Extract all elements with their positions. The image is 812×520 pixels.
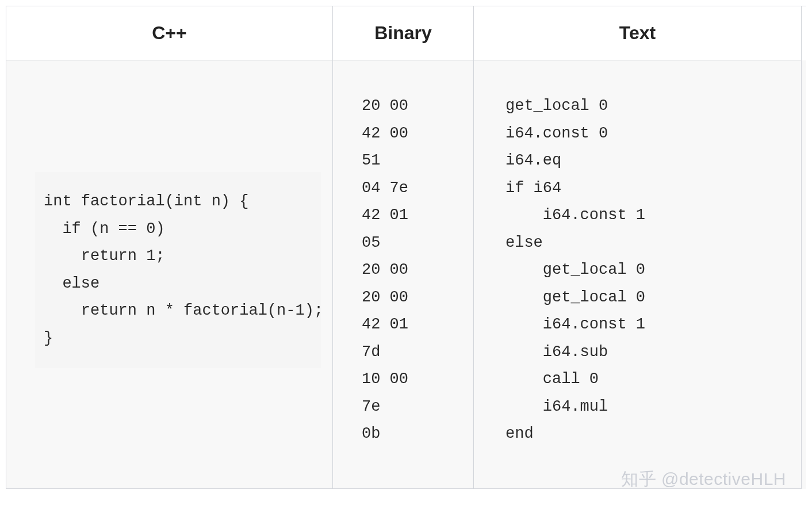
cell-cpp: int factorial(int n) { if (n == 0) retur… (6, 60, 333, 489)
table-body-row: int factorial(int n) { if (n == 0) retur… (6, 60, 806, 489)
header-text: Text (474, 6, 802, 60)
cell-text: get_local 0 i64.const 0 i64.eq if i64 i6… (474, 60, 802, 489)
table-header-row: C++ Binary Text (6, 6, 806, 60)
text-code: get_local 0 i64.const 0 i64.eq if i64 i6… (485, 93, 790, 448)
binary-code: 20 00 42 00 51 04 7e 42 01 05 20 00 20 0… (344, 93, 462, 448)
header-binary: Binary (333, 6, 474, 60)
comparison-table: C++ Binary Text int factorial(int n) { i… (6, 6, 806, 489)
cpp-code: int factorial(int n) { if (n == 0) retur… (35, 172, 321, 368)
header-cpp: C++ (6, 6, 333, 60)
cell-binary: 20 00 42 00 51 04 7e 42 01 05 20 00 20 0… (333, 60, 474, 489)
